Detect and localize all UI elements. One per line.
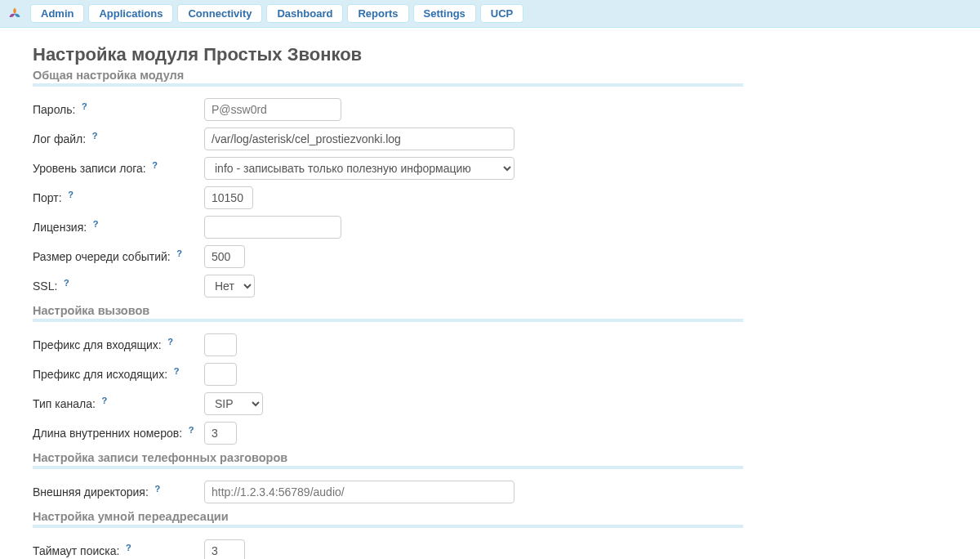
loglevel-select[interactable]: info - записывать только полезную информ…	[204, 157, 514, 180]
logfile-input[interactable]	[204, 127, 514, 150]
help-icon[interactable]	[78, 101, 90, 112]
nav-admin[interactable]: Admin	[30, 4, 84, 23]
page-title: Настройка модуля Простых Звонков	[33, 44, 743, 65]
nav-reports[interactable]: Reports	[347, 4, 408, 23]
nav-dashboard[interactable]: Dashboard	[266, 4, 343, 23]
help-icon[interactable]	[90, 218, 101, 230]
outgoing-prefix-label: Префикс для исходящих:	[33, 368, 167, 381]
help-icon[interactable]	[174, 248, 185, 259]
channel-select[interactable]: SIP	[204, 392, 263, 415]
extdir-label: Внешняя директория:	[33, 485, 149, 499]
outgoing-prefix-input[interactable]	[204, 363, 237, 386]
nav-connectivity[interactable]: Connectivity	[177, 4, 262, 23]
top-nav: Admin Applications Connectivity Dashboar…	[0, 0, 980, 28]
password-label: Пароль:	[33, 103, 75, 116]
section-general-title: Общая настройка модуля	[33, 69, 743, 82]
incoming-prefix-input[interactable]	[204, 333, 237, 356]
search-timeout-label: Таймаут поиска:	[33, 544, 119, 557]
page-body: Настройка модуля Простых Звонков Общая н…	[0, 28, 776, 559]
loglevel-label: Уровень записи лога:	[33, 162, 146, 175]
section-divider	[33, 525, 743, 528]
port-label: Порт:	[33, 191, 62, 204]
search-timeout-input[interactable]	[204, 539, 245, 559]
extdir-input[interactable]	[204, 481, 514, 503]
help-icon[interactable]	[89, 130, 100, 141]
help-icon[interactable]	[60, 277, 72, 288]
section-calls-title: Настройка вызовов	[33, 304, 743, 317]
channel-label: Тип канала:	[33, 397, 96, 410]
port-input[interactable]	[204, 186, 253, 209]
section-divider	[33, 83, 743, 87]
ext-len-label: Длина внутренних номеров:	[33, 427, 182, 440]
help-icon[interactable]	[99, 395, 110, 406]
logo-icon	[7, 6, 23, 22]
ssl-select[interactable]: Нет	[204, 275, 255, 297]
help-icon[interactable]	[152, 483, 163, 494]
help-icon[interactable]	[122, 542, 134, 553]
incoming-prefix-label: Префикс для входящих:	[33, 338, 162, 351]
license-input[interactable]	[204, 216, 341, 239]
help-icon[interactable]	[185, 424, 197, 436]
queue-label: Размер очереди событий:	[33, 250, 171, 263]
help-icon[interactable]	[149, 159, 161, 171]
help-icon[interactable]	[65, 189, 77, 200]
ext-len-input[interactable]	[204, 422, 237, 445]
license-label: Лицензия:	[33, 221, 87, 234]
ssl-label: SSL:	[33, 280, 57, 293]
nav-settings[interactable]: Settings	[413, 4, 476, 23]
nav-applications[interactable]: Applications	[88, 4, 173, 23]
section-smart-title: Настройка умной переадресации	[33, 510, 743, 523]
nav-ucp[interactable]: UCP	[480, 4, 523, 23]
section-divider	[33, 319, 743, 322]
queue-input[interactable]	[204, 245, 245, 268]
help-icon[interactable]	[165, 336, 176, 347]
logfile-label: Лог файл:	[33, 132, 86, 145]
help-icon[interactable]	[171, 365, 182, 377]
password-input[interactable]	[204, 98, 341, 121]
section-recording-title: Настройка записи телефонных разговоров	[33, 451, 743, 464]
section-divider	[33, 466, 743, 469]
